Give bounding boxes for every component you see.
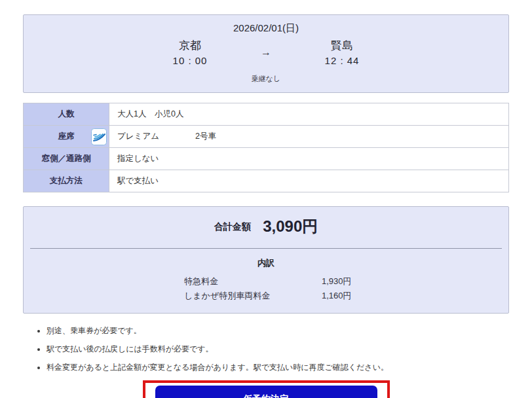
shimakaze-logo-icon: [91, 128, 107, 145]
click-highlight-box: 仮予約決定: [143, 380, 390, 398]
arrow-right-icon: →: [261, 46, 271, 58]
row-label-payment: 支払方法: [24, 170, 109, 192]
note-item: 別途、乗車券が必要です。: [47, 325, 509, 336]
arrival-station: 賢島: [299, 37, 385, 54]
row-label-window-aisle: 窓側／通路側: [24, 148, 109, 170]
row-label-passengers: 人数: [24, 103, 109, 126]
table-row-passengers: 人数 大人1人 小児0人: [24, 103, 509, 126]
row-label-seat: 座席: [24, 126, 109, 148]
divider: [30, 248, 502, 249]
breakdown-list: 特急料金 1,930円 しまかぜ特別車両料金 1,160円: [184, 276, 508, 301]
note-item: 駅で支払い後の払戻しには手数料が必要です。: [47, 344, 509, 355]
notes-list: 別途、乗車券が必要です。 駅で支払い後の払戻しには手数料が必要です。 料金変更が…: [36, 325, 509, 373]
table-row-payment: 支払方法 駅で支払い: [24, 170, 509, 192]
travel-date: 2026/02/01(日): [24, 21, 508, 35]
note-item: 料金変更があると上記金額が変更となる場合があります。駅で支払い時に再度ご確認くだ…: [47, 362, 509, 373]
transfer-note: 乗継なし: [24, 74, 508, 84]
reservation-details-table: 人数 大人1人 小児0人 座席 プレミアム2号車: [23, 103, 509, 192]
total-amount-panel: 合計金額 3,090円 内訳 特急料金 1,930円 しまかぜ特別車両料金 1,…: [23, 206, 509, 314]
breakdown-title: 内訳: [24, 257, 508, 269]
departure-time: 10 : 00: [147, 54, 233, 67]
car-number: 2号車: [195, 132, 216, 141]
route-row: 京都 10 : 00 → 賢島 12 : 44: [24, 37, 508, 67]
journey-summary-panel: 2026/02/01(日) 京都 10 : 00 → 賢島 12 : 44 乗継…: [23, 14, 509, 93]
row-value-window-aisle: 指定しない: [109, 148, 509, 170]
table-row-seat: 座席 プレミアム2号車: [24, 126, 509, 148]
seat-class: プレミアム: [117, 132, 159, 141]
total-label: 合計金額: [214, 221, 251, 232]
reservation-confirmation-page: 2026/02/01(日) 京都 10 : 00 → 賢島 12 : 44 乗継…: [23, 14, 509, 398]
row-value-payment: 駅で支払い: [109, 170, 509, 192]
total-amount: 3,090円: [263, 217, 318, 235]
arrival-time: 12 : 44: [299, 54, 385, 67]
breakdown-row-label: 特急料金: [184, 276, 322, 287]
total-line: 合計金額 3,090円: [24, 216, 508, 239]
row-value-seat: プレミアム2号車: [109, 126, 509, 148]
departure-station: 京都: [147, 37, 233, 54]
breakdown-row-amount: 1,160円: [322, 290, 508, 301]
row-value-passengers: 大人1人 小児0人: [109, 103, 509, 126]
departure-block: 京都 10 : 00: [147, 37, 233, 67]
arrival-block: 賢島 12 : 44: [299, 37, 385, 67]
breakdown-row-amount: 1,930円: [322, 276, 508, 287]
breakdown-row-label: しまかぜ特別車両料金: [184, 290, 322, 301]
seat-label: 座席: [58, 132, 75, 141]
confirm-provisional-reservation-button[interactable]: 仮予約決定: [155, 386, 377, 398]
table-row-window-aisle: 窓側／通路側 指定しない: [24, 148, 509, 170]
